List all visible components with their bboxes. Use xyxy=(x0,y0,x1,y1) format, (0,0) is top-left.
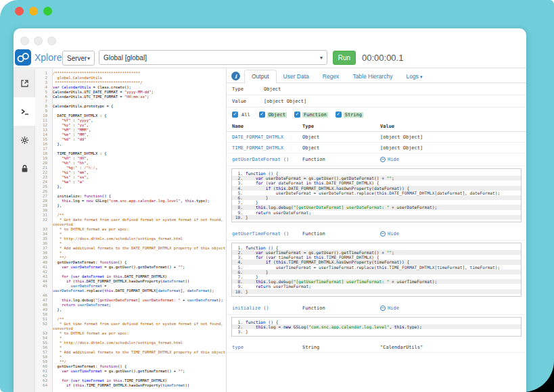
line-number: 14 xyxy=(35,132,50,137)
line-number: 29 xyxy=(35,203,50,208)
server-scope-select[interactable]: Server▾ xyxy=(62,51,95,66)
zoom-window-dot[interactable] xyxy=(43,7,52,16)
table-row: initialize ()Function−Hide xyxy=(227,302,526,315)
result-type-row: Type Object xyxy=(227,83,526,95)
editor-line: 29 }, xyxy=(35,203,225,208)
editor-line: 5CalendarUtils.UTC_DATE_FORMAT = "yyyy-M… xyxy=(35,90,225,95)
line-number: 51 xyxy=(35,317,50,322)
close-window-dot[interactable] xyxy=(15,7,24,16)
sidebar-button-open-record-icon[interactable] xyxy=(14,69,35,97)
hide-toggle-link[interactable]: −Hide xyxy=(380,231,521,237)
editor-line: 35 * http://docs.dhtmlx.com/scheduler/se… xyxy=(35,237,225,241)
line-number: 16 xyxy=(35,142,50,147)
minimize-window-dot[interactable] xyxy=(29,7,38,16)
line-number: 36 xyxy=(35,241,50,246)
checkbox-object[interactable]: ✓ xyxy=(259,112,265,118)
sidebar-button-terminal-icon[interactable] xyxy=(14,97,35,126)
collapse-minus-icon: − xyxy=(380,231,386,237)
inner-window-dots xyxy=(20,36,56,45)
editor-line: 63 for (var timeFormat in this.TIME_FORM… xyxy=(35,378,225,383)
editor-line: 56 * xyxy=(35,345,225,350)
editor-line: userDateFormat.replace(this.DATE_FORMAT_… xyxy=(35,289,225,293)
line-number: 19 xyxy=(35,156,50,161)
editor-line: 37 * Add additional formats to the DATE_… xyxy=(35,246,225,251)
line-number: 6 xyxy=(35,95,50,99)
editor-line: 14 "%m" : "MM", xyxy=(35,132,225,137)
editor-line: 38 * xyxy=(35,251,225,255)
checkbox-string[interactable]: ✓ xyxy=(336,112,342,118)
editor-line: 47 this.log.debug("[getUserDateFormat] u… xyxy=(35,298,225,303)
type-value: Object xyxy=(264,87,521,92)
line-number: 63 xyxy=(35,378,50,383)
xplore-logo-icon xyxy=(15,49,31,66)
editor-line: 20 "%h" : "hh", xyxy=(35,161,225,166)
editor-line: 62 xyxy=(35,374,225,378)
line-number: 2 xyxy=(35,76,50,80)
editor-line: 25 }, xyxy=(35,185,225,189)
line-number: 9 xyxy=(35,109,50,114)
chevron-down-icon: ▾ xyxy=(419,74,423,80)
line-number: 3 xyxy=(35,80,50,85)
line-number: 27 xyxy=(35,194,50,199)
editor-line: 2 global.CalendarUtils xyxy=(35,76,225,80)
toolbar: Xplore4.7 Server▾ Global [global]▾ Run 0… xyxy=(14,49,526,68)
result-name-link[interactable]: initialize () xyxy=(232,305,302,311)
result-type: Function xyxy=(302,231,380,237)
line-number: 25 xyxy=(35,185,50,189)
sidebar-button-lock-icon[interactable] xyxy=(14,154,35,182)
editor-line: 52 * Get time format from user defined f… xyxy=(35,322,225,326)
table-row: TIME_FORMAT_DHTMLXObject[object Object] xyxy=(227,143,526,153)
line-number: 64 xyxy=(35,383,50,388)
result-type: Object xyxy=(302,145,380,151)
filter-object: ✓Object xyxy=(259,112,287,118)
checkbox-function[interactable]: ✓ xyxy=(294,112,300,118)
editor-line: 54 * xyxy=(35,336,225,341)
result-name-link[interactable]: getUserDateFormat () xyxy=(232,157,302,162)
hide-toggle-link[interactable]: −Hide xyxy=(380,305,521,311)
tab-output[interactable]: Output xyxy=(244,70,277,83)
line-number: 38 xyxy=(35,251,50,255)
line-number: 31 xyxy=(35,213,50,218)
macos-window-controls[interactable] xyxy=(15,7,52,16)
editor-line: 34 * xyxy=(35,232,225,237)
editor-line: 1/************************************** xyxy=(35,71,225,76)
editor-line: 19 "%H" : "HH", xyxy=(35,156,225,161)
left-icon-sidebar xyxy=(14,69,35,392)
run-button[interactable]: Run xyxy=(333,51,356,65)
tab-logs[interactable]: Logs ▾ xyxy=(399,70,429,82)
tab-regex[interactable]: Regex xyxy=(316,70,346,82)
editor-line: 4var CalendarUtils = Class.create(); xyxy=(35,85,225,90)
chevron-down-icon: ▾ xyxy=(320,55,323,61)
editor-line: 39 **/ xyxy=(35,255,225,260)
collapse-minus-icon: − xyxy=(380,305,386,311)
tab-user-data[interactable]: User Data xyxy=(277,70,316,82)
editor-line: 27 initialize: function() { xyxy=(35,194,225,199)
line-number: 5 xyxy=(35,90,50,95)
hide-toggle-link[interactable]: −Hide xyxy=(380,157,521,162)
terminal-icon xyxy=(20,107,29,116)
filter-all: ✓All xyxy=(232,112,252,118)
editor-line: 13 "%M" : "MMM", xyxy=(35,128,225,132)
tab-table-hierarchy[interactable]: Table Hierarchy xyxy=(346,70,399,82)
editor-line: 53 * to DHTMLX format as per spec: xyxy=(35,331,225,336)
filter-function: ✓Function xyxy=(294,112,328,118)
function-source-block: 1.function () {2. var userTimeFormat = g… xyxy=(231,243,522,297)
info-icon[interactable]: i xyxy=(231,72,240,80)
sidebar-button-settings-gear-icon[interactable] xyxy=(14,126,35,154)
result-name-link[interactable]: TIME_FORMAT_DHTMLX xyxy=(232,145,302,151)
result-name-link[interactable]: type xyxy=(232,345,302,350)
editor-line: 7 xyxy=(35,99,225,104)
editor-line: 9 xyxy=(35,109,225,114)
editor-line: 10 DATE_FORMAT_DHTMLX : { xyxy=(35,114,225,118)
editor-line: 48 return userDateFormat; xyxy=(35,303,225,308)
line-number: 59 xyxy=(35,360,50,364)
result-name-link[interactable]: getUserTimeFormat () xyxy=(232,231,302,237)
editor-line: 15 "%d" : "dd" xyxy=(35,137,225,142)
editor-line: 41 var userDateFormat = gs.getUser().get… xyxy=(35,265,225,270)
checkbox-all[interactable]: ✓ xyxy=(232,112,238,118)
result-name-link[interactable]: DATE_FORMAT_DHTMLX xyxy=(232,134,302,140)
code-editor[interactable]: 1/**************************************… xyxy=(35,71,225,392)
filter-label: All xyxy=(240,112,252,118)
function-source-block: 1.function () {2. var userDateFormat = g… xyxy=(231,168,522,222)
scope-global-select[interactable]: Global [global]▾ xyxy=(99,50,327,65)
